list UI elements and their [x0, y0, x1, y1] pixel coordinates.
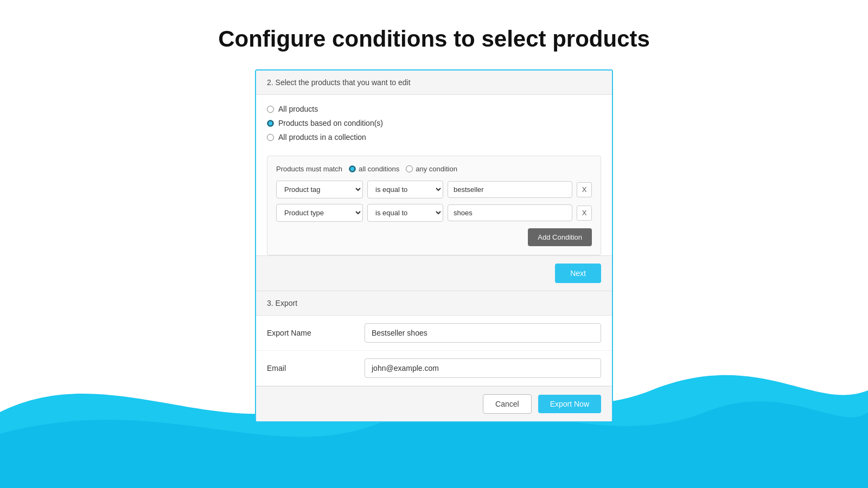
radio-based-on-conditions-label: Products based on condition(s)	[278, 119, 383, 127]
match-any-condition-label[interactable]: any condition	[406, 165, 457, 173]
condition1-value-input[interactable]	[448, 181, 572, 198]
radio-all-in-collection-label: All products in a collection	[278, 133, 366, 142]
product-selection-group: All products Products based on condition…	[256, 95, 612, 151]
condition1-remove-button[interactable]: X	[577, 182, 592, 197]
section2-header: 2. Select the products that you want to …	[256, 70, 612, 95]
page-title: Configure conditions to select products	[0, 0, 868, 52]
match-all-conditions-radio[interactable]	[349, 165, 356, 172]
next-button[interactable]: Next	[555, 264, 601, 283]
match-any-condition-text: any condition	[416, 165, 457, 173]
card-wrapper: 2. Select the products that you want to …	[255, 69, 613, 422]
export-name-label: Export Name	[267, 329, 365, 337]
condition-row-1: Product tag Product type Product vendor …	[276, 181, 592, 198]
products-must-match-label: Products must match	[276, 165, 342, 173]
remove-icon-2: X	[582, 209, 587, 217]
condition2-operator-select[interactable]: is equal to is not equal to contains doe…	[367, 204, 443, 222]
email-field-row: Email	[256, 351, 612, 386]
add-condition-row: Add Condition	[276, 228, 592, 246]
condition2-remove-button[interactable]: X	[577, 206, 592, 221]
radio-all-products-label: All products	[278, 105, 318, 113]
condition1-operator-select[interactable]: is equal to is not equal to contains doe…	[367, 181, 443, 198]
email-input[interactable]	[365, 358, 601, 378]
remove-icon-1: X	[582, 185, 587, 194]
export-now-button[interactable]: Export Now	[538, 395, 601, 413]
conditions-box: Products must match all conditions any c…	[267, 156, 601, 255]
export-section: Export Name Email Cancel Export Now	[256, 316, 612, 421]
match-all-conditions-text: all conditions	[359, 165, 399, 173]
radio-all-products[interactable]: All products	[267, 105, 601, 113]
add-condition-button[interactable]: Add Condition	[528, 228, 592, 246]
radio-based-on-conditions[interactable]: Products based on condition(s)	[267, 119, 601, 127]
radio-all-in-collection[interactable]: All products in a collection	[267, 133, 601, 142]
export-name-input[interactable]	[365, 323, 601, 343]
cancel-button[interactable]: Cancel	[483, 394, 532, 414]
section3-header: 3. Export	[256, 291, 612, 316]
condition2-field-select[interactable]: Product tag Product type Product vendor …	[276, 204, 363, 222]
condition2-value-input[interactable]	[448, 204, 572, 221]
condition1-field-select[interactable]: Product tag Product type Product vendor …	[276, 181, 363, 198]
condition-row-2: Product tag Product type Product vendor …	[276, 204, 592, 222]
export-action-row: Cancel Export Now	[256, 386, 612, 421]
radio-based-on-conditions-input[interactable]	[267, 120, 274, 127]
radio-all-products-input[interactable]	[267, 106, 274, 113]
match-any-condition-radio[interactable]	[406, 165, 413, 172]
radio-all-in-collection-input[interactable]	[267, 134, 274, 141]
email-label: Email	[267, 364, 365, 373]
next-row: Next	[256, 255, 612, 291]
match-all-conditions-label[interactable]: all conditions	[349, 165, 399, 173]
match-row: Products must match all conditions any c…	[276, 165, 592, 173]
export-name-field: Export Name	[256, 316, 612, 351]
main-container: 2. Select the products that you want to …	[0, 69, 868, 422]
